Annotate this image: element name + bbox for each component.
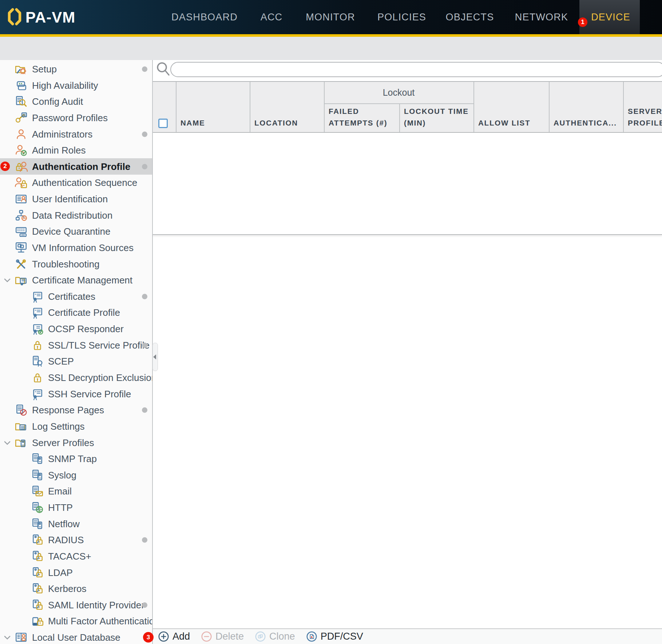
config-audit-icon	[15, 95, 28, 108]
local-user-database-icon	[15, 631, 28, 644]
sidebar-item-data-redistribution[interactable]: Data Redistribution	[0, 207, 152, 223]
sidebar-item-device-quarantine[interactable]: Device Quarantine	[0, 223, 152, 240]
nav-tab-device[interactable]: DEVICE	[591, 0, 630, 34]
scep-icon	[31, 355, 44, 368]
column-header-server-profile[interactable]: SERVER PROFILE	[623, 82, 662, 132]
sidebar-item-ldap[interactable]: LDAP	[0, 564, 152, 581]
sidebar-item-log-settings[interactable]: Log Settings	[0, 418, 152, 435]
sidebar-item-config-audit[interactable]: Config Audit	[0, 94, 152, 110]
nav-tab-monitor[interactable]: MONITOR	[306, 0, 355, 34]
sidebar-item-tacacs-[interactable]: TACACS+	[0, 548, 152, 565]
sidebar-item-server-profiles[interactable]: Server Profiles	[0, 434, 152, 451]
config-dot-indicator	[142, 294, 147, 299]
column-header-authentica-[interactable]: AUTHENTICA...	[549, 82, 623, 132]
sidebar-item-label: Log Settings	[32, 421, 85, 432]
sidebar-item-scep[interactable]: SCEP	[0, 353, 152, 370]
sidebar-item-label: SCEP	[48, 356, 74, 367]
sidebar-item-admin-roles[interactable]: Admin Roles	[0, 142, 152, 159]
sidebar-item-label: Multi Factor Authentication	[48, 616, 152, 627]
column-divider	[176, 82, 177, 132]
troubleshooting-icon	[15, 258, 28, 271]
nav-tab-objects[interactable]: OBJECTS	[446, 0, 494, 34]
lock-icon	[31, 339, 44, 352]
server-doc-icon	[31, 517, 44, 530]
sidebar-item-authentication-profile[interactable]: Authentication Profile	[0, 158, 152, 175]
sidebar-item-ssh-service-profile[interactable]: SSH Service Profile	[0, 386, 152, 402]
sidebar-item-label: Administrators	[32, 128, 92, 140]
sidebar-item-password-profiles[interactable]: Password Profiles	[0, 110, 152, 126]
sidebar-item-vm-information-sources[interactable]: VM Information Sources	[0, 240, 152, 256]
pa-vm-logo-icon	[7, 8, 23, 27]
server-lock-icon	[31, 533, 44, 546]
nav-tab-policies[interactable]: POLICIES	[377, 0, 426, 34]
server-doc-icon	[31, 452, 44, 465]
nav-tab-dashboard[interactable]: DASHBOARD	[171, 0, 238, 34]
sidebar-item-netflow[interactable]: Netflow	[0, 516, 152, 532]
log-settings-icon	[15, 420, 28, 433]
sidebar-item-local-user-database[interactable]: Local User Database	[0, 629, 152, 644]
mfa-icon	[31, 615, 44, 628]
password-profiles-icon	[15, 111, 28, 124]
config-dot-indicator	[142, 408, 147, 413]
annotation-badge-3: 3	[143, 632, 154, 643]
sidebar-item-ocsp-responder[interactable]: OCSP Responder	[0, 321, 152, 337]
select-all-checkbox[interactable]	[158, 119, 168, 128]
chevron-down-icon[interactable]	[2, 632, 12, 643]
sidebar-item-troubleshooting[interactable]: Troubleshooting	[0, 256, 152, 272]
sidebar-item-user-identification[interactable]: User Identification	[0, 191, 152, 207]
sidebar-item-http[interactable]: HTTP	[0, 500, 152, 516]
sidebar-item-response-pages[interactable]: Response Pages	[0, 402, 152, 418]
sidebar-item-email[interactable]: Email	[0, 483, 152, 500]
administrators-icon	[15, 128, 28, 141]
sidebar-item-certificates[interactable]: Certificates	[0, 289, 152, 305]
column-header-location[interactable]: LOCATION	[250, 82, 324, 132]
email-icon	[31, 485, 44, 498]
certificate-management-icon	[15, 274, 28, 287]
sidebar-item-administrators[interactable]: Administrators	[0, 126, 152, 142]
ocsp-responder-icon	[31, 322, 44, 335]
authentication-sequence-icon	[15, 176, 28, 189]
sidebar-item-radius[interactable]: RADIUS	[0, 532, 152, 548]
delete-button[interactable]: Delete	[201, 631, 244, 642]
clone-button[interactable]: Clone	[255, 631, 295, 642]
sidebar: SetupHigh AvailabilityConfig AuditPasswo…	[0, 60, 152, 644]
config-dot-indicator	[142, 342, 147, 348]
sidebar-item-certificate-profile[interactable]: Certificate Profile	[0, 305, 152, 321]
sidebar-item-high-availability[interactable]: High Availability	[0, 77, 152, 94]
sidebar-item-certificate-management[interactable]: Certificate Management	[0, 272, 152, 289]
column-header-allow-list[interactable]: ALLOW LIST	[473, 82, 549, 132]
setup-icon	[15, 63, 28, 76]
search-input[interactable]	[170, 62, 662, 77]
sidebar-item-authentication-sequence[interactable]: Authentication Sequence	[0, 175, 152, 191]
sidebar-item-setup[interactable]: Setup	[0, 61, 152, 77]
sidebar-item-label: Authentication Profile	[32, 161, 130, 172]
table-bottom-border	[153, 234, 662, 235]
nav-tab-acc[interactable]: ACC	[261, 0, 283, 34]
email-icon	[31, 485, 44, 498]
chevron-down-icon[interactable]	[2, 275, 12, 285]
sidebar-item-kerberos[interactable]: Kerberos	[0, 581, 152, 597]
nav-tab-network[interactable]: NETWORK	[515, 0, 568, 34]
high-availability-icon	[15, 79, 28, 92]
sidebar-item-snmp-trap[interactable]: SNMP Trap	[0, 451, 152, 467]
column-header-name[interactable]: NAME	[176, 82, 250, 132]
device-quarantine-icon	[15, 225, 28, 238]
chevron-down-icon[interactable]	[2, 438, 12, 448]
sidebar-item-syslog[interactable]: Syslog	[0, 467, 152, 483]
sidebar-item-label: OCSP Responder	[48, 323, 124, 335]
column-header-failed-attempts-[interactable]: FAILED ATTEMPTS (#)	[324, 104, 399, 132]
sidebar-item-multi-factor-authentication[interactable]: Multi Factor Authentication	[0, 613, 152, 629]
data-redistribution-icon	[15, 209, 28, 222]
add-button[interactable]: Add	[158, 631, 190, 642]
sidebar-item-saml-identity-provider[interactable]: SAML Identity Provider	[0, 597, 152, 613]
config-dot-indicator	[142, 537, 147, 543]
search-icon[interactable]	[156, 61, 170, 78]
sidebar-item-ssl-decryption-exclusion[interactable]: SSL Decryption Exclusion	[0, 370, 152, 386]
sidebar-collapse-handle[interactable]	[152, 343, 158, 371]
bottom-toolbar: Add Delete Clone PDF/CSV	[153, 628, 662, 644]
pdf-csv-icon	[306, 631, 317, 642]
column-header-lockout-time-min-[interactable]: LOCKOUT TIME (MIN)	[399, 104, 473, 132]
sidebar-item-label: Syslog	[48, 469, 76, 481]
sidebar-item-ssl-tls-service-profile[interactable]: SSL/TLS Service Profile	[0, 337, 152, 353]
pdf-csv-button[interactable]: PDF/CSV	[306, 631, 363, 642]
